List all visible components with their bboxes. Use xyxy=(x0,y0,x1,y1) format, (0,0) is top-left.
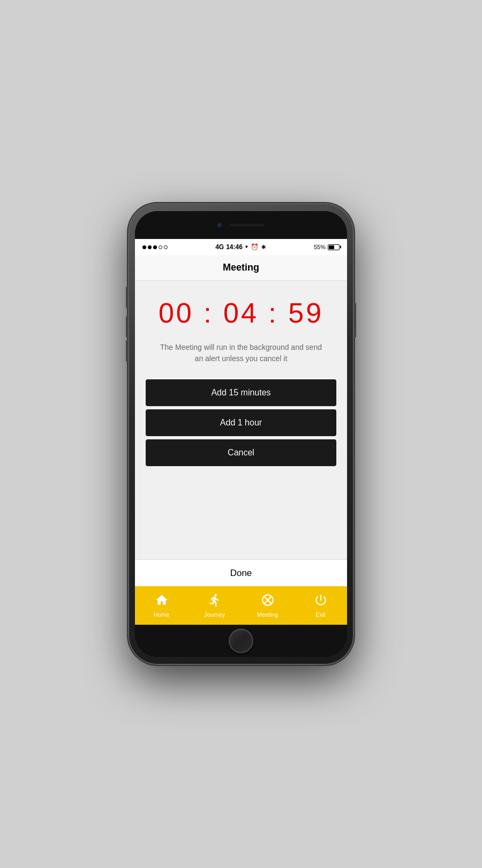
timer-display: 00 : 04 : 59 xyxy=(159,297,323,329)
tab-home[interactable]: Home xyxy=(135,586,188,625)
timer-description: The Meeting will run in the background a… xyxy=(146,342,336,364)
status-left xyxy=(142,245,168,249)
location-icon: ‣ xyxy=(245,243,248,251)
home-button[interactable] xyxy=(229,628,253,653)
action-buttons: Add 15 minutes Add 1 hour Cancel xyxy=(146,379,336,466)
time-display: 14:46 xyxy=(226,243,243,251)
phone-top-hardware xyxy=(135,211,347,239)
tab-meeting-label: Meeting xyxy=(257,611,278,618)
alarm-icon: ⏰ xyxy=(251,243,259,251)
done-label: Done xyxy=(230,568,252,579)
home-button-area xyxy=(135,625,347,657)
speaker xyxy=(229,223,265,227)
done-bar[interactable]: Done xyxy=(135,559,347,586)
signal-dot-2 xyxy=(148,245,152,249)
battery-percent: 55% xyxy=(314,244,326,250)
screen-content: 4G 14:46 ‣ ⏰ ∗ 55% Meeting xyxy=(135,239,347,625)
cancel-button[interactable]: Cancel xyxy=(146,439,336,466)
battery-fill xyxy=(329,245,334,249)
tab-home-label: Home xyxy=(154,611,169,618)
status-center: 4G 14:46 ‣ ⏰ ∗ xyxy=(215,243,266,251)
status-bar: 4G 14:46 ‣ ⏰ ∗ 55% xyxy=(135,239,347,255)
power-icon xyxy=(314,593,328,609)
navigation-bar: Meeting xyxy=(135,255,347,281)
battery-body xyxy=(328,244,340,250)
phone-screen: 4G 14:46 ‣ ⏰ ∗ 55% Meeting xyxy=(135,211,347,657)
battery-indicator xyxy=(328,244,340,250)
tab-bar: Home Journey Meeting xyxy=(135,586,347,625)
signal-dot-3 xyxy=(153,245,157,249)
main-content: 00 : 04 : 59 The Meeting will run in the… xyxy=(135,281,347,559)
bluetooth-icon: ∗ xyxy=(261,243,266,251)
signal-dot-5 xyxy=(164,245,168,249)
signal-strength xyxy=(142,245,168,249)
home-icon xyxy=(155,593,169,609)
tab-journey[interactable]: Journey xyxy=(188,586,241,625)
signal-dot-1 xyxy=(142,245,146,249)
add-15-minutes-button[interactable]: Add 15 minutes xyxy=(146,379,336,406)
add-1-hour-button[interactable]: Add 1 hour xyxy=(146,409,336,436)
network-type: 4G xyxy=(215,243,224,251)
phone-device: 4G 14:46 ‣ ⏰ ∗ 55% Meeting xyxy=(129,204,353,664)
signal-dot-4 xyxy=(159,245,162,249)
tab-journey-label: Journey xyxy=(204,611,225,618)
camera xyxy=(217,222,222,228)
tab-meeting[interactable]: Meeting xyxy=(241,586,294,625)
journey-icon xyxy=(208,593,222,609)
page-title: Meeting xyxy=(223,262,259,273)
tab-exit-label: Exit xyxy=(315,611,325,618)
meeting-icon xyxy=(261,593,275,609)
status-right: 55% xyxy=(314,244,340,250)
tab-exit[interactable]: Exit xyxy=(294,586,347,625)
